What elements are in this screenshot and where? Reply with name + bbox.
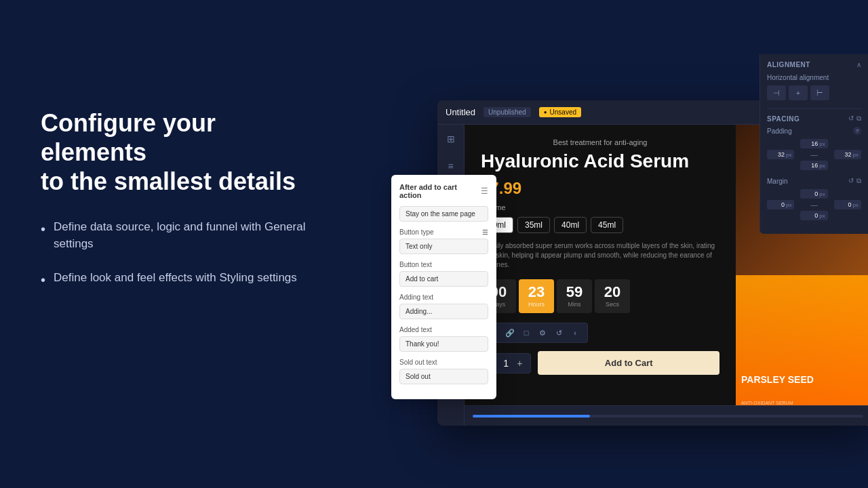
margin-section: Margin ↺ ⧉ px px [767,177,861,220]
added-text-label: Added text [399,326,488,333]
spacing-section: SPACING ↺ ⧉ Padding ? px px — [767,108,861,220]
editor-title: Untitled [446,107,475,117]
margin-label-row: Margin ↺ ⧉ [767,177,861,185]
sidebar-icon-layers[interactable]: ≡ [443,159,458,174]
product-title: Hyaluronic Acid Serum [481,150,719,172]
align-right-btn[interactable]: ⊢ [810,85,829,100]
sidebar-icon-layout[interactable]: ⊞ [443,131,458,146]
qty-value: 1 [500,358,511,369]
vol-45ml[interactable]: 45ml [591,217,623,233]
qty-increase[interactable]: + [517,358,522,369]
volume-options: 30ml 35ml 40ml 45ml [481,217,719,233]
sold-out-label: Sold out text [399,359,488,366]
alignment-title: ALIGNMENT [767,61,810,68]
margin-middle-row: px — px [767,200,861,209]
padding-bottom-input[interactable] [803,162,818,169]
margin-bottom-input[interactable] [803,212,818,219]
padding-top-row: px [767,139,861,148]
settings-icon-btn[interactable]: ☰ [481,186,488,196]
margin-top-wrap: px [800,189,827,199]
horizontal-align-label: Horizontal alignment [767,74,861,81]
product-description: s easily absorbed super serum works acro… [481,241,719,270]
add-to-cart-button[interactable]: Add to Cart [538,351,719,375]
tool-copy[interactable]: □ [519,326,533,340]
tool-refresh[interactable]: ↺ [552,326,566,340]
left-panel: Configure your elements to the smallest … [41,108,326,306]
spacing-reset-icon[interactable]: ↺ [848,115,854,123]
badge-unsaved: Unsaved [539,107,581,117]
vol-40ml[interactable]: 40ml [554,217,587,233]
align-center-btn[interactable]: + [789,85,808,100]
vol-35ml[interactable]: 35ml [517,217,550,233]
padding-middle-row: px — px [767,150,861,159]
progress-bar [473,415,863,418]
adding-text-label: Adding text [399,293,488,301]
bullet-list: Define data source, logic and funnel wit… [41,218,326,290]
mini-toolbar: + 🔗 □ ⚙ ↺ ‹ [481,323,588,343]
product-subtitle: Best treatment for anti-aging [481,138,719,146]
alignment-header: ALIGNMENT ∧ [767,61,861,68]
margin-right-wrap: px [834,200,861,209]
sold-out-group: Sold out text [399,359,488,384]
margin-bottom-wrap: px [800,211,827,220]
volume-label: Volume [481,203,719,211]
button-type-icon: ☰ [482,228,488,236]
sold-out-input[interactable] [399,369,488,384]
cart-row: − 1 + Add to Cart [481,351,719,375]
countdown-row: 00 Days 23 Hours 59 Mins 20 Secs [481,279,719,313]
adding-text-input[interactable] [399,304,488,319]
padding-label: Padding [767,127,792,135]
countdown-mins: 59 Mins [557,279,592,313]
button-type-select[interactable]: Text only [399,239,488,254]
tool-link[interactable]: 🔗 [503,326,517,340]
settings-panel: After add to cart action ☰ Stay on the s… [391,175,496,399]
countdown-hours: 23 Hours [519,279,554,313]
padding-label-row: Padding ? [767,127,861,135]
alignment-chevron[interactable]: ∧ [856,61,861,68]
added-text-input[interactable] [399,336,488,352]
margin-top-input[interactable] [803,190,818,197]
margin-grid: px px — px px [767,189,861,220]
margin-link-icon[interactable]: ⧉ [856,177,861,185]
padding-grid: px px — px px [767,139,861,170]
spacing-icons: ↺ ⧉ [848,115,861,123]
tool-prev[interactable]: ‹ [568,326,582,340]
padding-right-input[interactable] [837,151,852,158]
after-cart-select[interactable]: Stay on the same page [399,206,488,222]
margin-reset-icon[interactable]: ↺ [848,177,854,185]
spacing-header: SPACING ↺ ⧉ [767,115,861,123]
tool-settings[interactable]: ⚙ [536,326,549,340]
button-text-group: Button text [399,261,488,287]
badge-unpublished: Unpublished [484,107,531,117]
progress-fill [473,415,590,418]
padding-top-input[interactable] [803,140,818,147]
align-left-btn[interactable]: ⊣ [767,85,786,100]
padding-left-input-wrap: px [767,150,794,159]
bullet-item-1: Define data source, logic and funnel wit… [41,218,326,253]
button-text-label: Button text [399,261,488,268]
parsley-label: PARSLEY SEED [741,375,814,385]
main-heading: Configure your elements to the smallest … [41,108,326,197]
adding-text-group: Adding text [399,293,488,319]
margin-bottom-row: px [767,211,861,220]
added-text-group: Added text [399,326,488,352]
padding-left-input[interactable] [770,151,785,158]
settings-panel-header: After add to cart action ☰ [399,183,488,199]
margin-label: Margin [767,178,788,185]
alignment-panel: ALIGNMENT ∧ Horizontal alignment ⊣ + ⊢ S… [760,54,868,234]
align-buttons: ⊣ + ⊢ [767,85,861,100]
padding-bottom-row: px [767,161,861,170]
spacing-link-icon[interactable]: ⧉ [856,115,861,123]
after-cart-group: Stay on the same page [399,206,488,222]
margin-top-row: px [767,189,861,199]
button-text-input[interactable] [399,271,488,287]
editor-bottom [465,405,868,426]
padding-help-icon: ? [853,127,861,135]
padding-right-input-wrap: px [834,150,861,159]
margin-right-input[interactable] [837,201,852,208]
padding-bottom-input-wrap: px [800,161,827,170]
bullet-item-2: Define look and feel effects with Stylin… [41,269,326,290]
margin-left-input[interactable] [770,201,785,208]
product-card: Best treatment for anti-aging Hyaluronic… [465,125,736,388]
padding-top-input-wrap: px [800,139,827,148]
